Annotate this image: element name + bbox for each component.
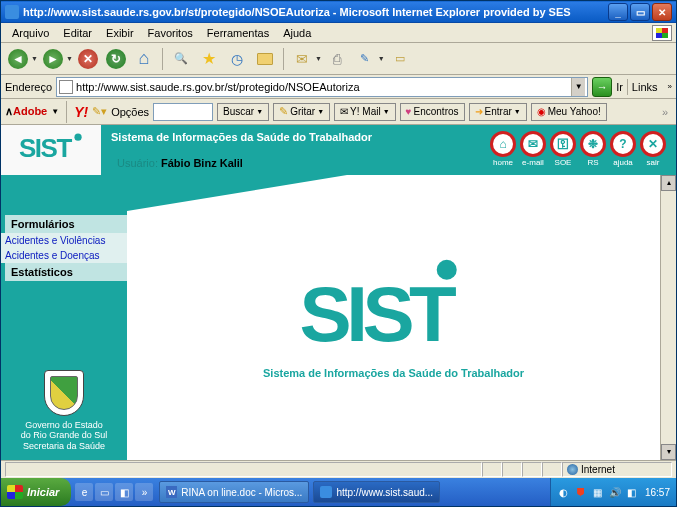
go-button[interactable]: →	[592, 77, 612, 97]
links-label[interactable]: Links	[627, 79, 662, 95]
menu-favoritos[interactable]: Favoritos	[141, 25, 200, 41]
minimize-button[interactable]: _	[608, 3, 628, 21]
opcoes-label[interactable]: Opções	[111, 106, 149, 118]
stop-button[interactable]: ✕	[75, 46, 101, 72]
start-button[interactable]: Iniciar	[1, 478, 71, 506]
ql-ie-icon[interactable]: e	[75, 483, 93, 501]
forward-dropdown[interactable]: ▼	[66, 55, 73, 62]
toolbar-overflow-icon[interactable]: »	[658, 106, 672, 118]
edit-button[interactable]: ✎	[352, 46, 378, 72]
wedge-decoration	[127, 175, 347, 211]
menu-ferramentas[interactable]: Ferramentas	[200, 25, 276, 41]
ql-chevron-icon[interactable]: »	[135, 483, 153, 501]
banner-title: Sistema de Informações da Saúde do Traba…	[111, 131, 372, 143]
nav-rs[interactable]: ❉RS	[580, 131, 606, 167]
statusbar: Internet	[1, 460, 676, 478]
status-message	[5, 462, 482, 477]
address-field-wrap: ▼	[56, 77, 588, 97]
main-area: SIST Sistema de Informações da Saúde do …	[127, 175, 660, 460]
meu-yahoo-button[interactable]: ◉Meu Yahoo!	[531, 103, 607, 121]
tray-icon[interactable]: ◧	[625, 485, 639, 499]
menu-arquivo[interactable]: Arquivo	[5, 25, 56, 41]
titlebar: http://www.sist.saude.rs.gov.br/st/prote…	[1, 1, 676, 23]
pencil-icon[interactable]: ✎▾	[92, 105, 107, 118]
links-chevron-icon[interactable]: »	[666, 82, 672, 91]
folders-button[interactable]	[252, 46, 278, 72]
favorites-button[interactable]: ★	[196, 46, 222, 72]
toolbar: ◄▼ ►▼ ✕ ↻ ⌂ 🔍 ★ ◷ ✉▼ ⎙ ✎▼ ▭	[1, 43, 676, 75]
yahoo-toolbar: ∧Adobe ▼ Y! ✎▾ Opções Buscar▼ ✎Gritar▼ ✉…	[1, 99, 676, 125]
scroll-down-button[interactable]: ▾	[661, 444, 676, 460]
edit-dropdown[interactable]: ▼	[378, 55, 385, 62]
security-zone: Internet	[562, 462, 672, 477]
user-info: Usuário: Fábio Binz Kalil	[117, 157, 243, 169]
mail-dropdown[interactable]: ▼	[315, 55, 322, 62]
close-button[interactable]: ✕	[652, 3, 672, 21]
separator	[162, 48, 163, 70]
gritar-button[interactable]: ✎Gritar▼	[273, 103, 330, 121]
go-label: Ir	[616, 81, 623, 93]
taskbar-item-ie[interactable]: http://www.sist.saud...	[313, 481, 440, 503]
status-cell	[522, 462, 542, 477]
mail-button[interactable]: ✉	[289, 46, 315, 72]
discuss-button[interactable]: ▭	[387, 46, 413, 72]
nav-soe[interactable]: ⚿SOE	[550, 131, 576, 167]
start-icon	[7, 485, 23, 499]
print-button[interactable]: ⎙	[324, 46, 350, 72]
circle-nav: ⌂home ✉e-mail ⚿SOE ❉RS ?ajuda ✕sair	[490, 131, 666, 167]
gov-shield-icon	[44, 370, 84, 416]
scroll-track[interactable]	[661, 191, 676, 444]
tray-shield-icon[interactable]: ⛊	[574, 485, 588, 499]
adobe-dropdown[interactable]: ▼	[51, 107, 59, 116]
nav-email[interactable]: ✉e-mail	[520, 131, 546, 167]
yahoo-search-input[interactable]	[153, 103, 213, 121]
zone-label: Internet	[581, 464, 615, 475]
tray-icon[interactable]: ◐	[557, 485, 571, 499]
vertical-scrollbar[interactable]: ▴ ▾	[660, 175, 676, 460]
refresh-button[interactable]: ↻	[103, 46, 129, 72]
app-header: SIST Usuário: Fábio Binz Kalil Sistema d…	[1, 125, 676, 175]
menu-editar[interactable]: Editar	[56, 25, 99, 41]
maximize-button[interactable]: ▭	[630, 3, 650, 21]
forward-button[interactable]: ►	[40, 46, 66, 72]
ql-app-icon[interactable]: ◧	[115, 483, 133, 501]
page-content: SIST Usuário: Fábio Binz Kalil Sistema d…	[1, 125, 676, 460]
sidebar-link-acidentes-violencias[interactable]: Acidentes e Violências	[1, 233, 127, 248]
nav-home[interactable]: ⌂home	[490, 131, 516, 167]
ymail-button[interactable]: ✉Y! Mail▼	[334, 103, 396, 121]
taskbar-item-word[interactable]: W RINA on line.doc - Micros...	[159, 481, 309, 503]
sidebar: Formulários Acidentes e Violências Acide…	[1, 175, 127, 460]
globe-icon	[567, 464, 578, 475]
nav-sair[interactable]: ✕sair	[640, 131, 666, 167]
yahoo-logo[interactable]: Y!	[74, 104, 88, 120]
search-button[interactable]: 🔍	[168, 46, 194, 72]
address-dropdown[interactable]: ▼	[571, 78, 585, 96]
sidebar-link-acidentes-doencas[interactable]: Acidentes e Doenças	[1, 248, 127, 263]
encontros-button[interactable]: ♥Encontros	[400, 103, 465, 121]
sidebar-section-estatisticos[interactable]: Estatísticos	[1, 263, 127, 281]
tray-icon[interactable]: ▦	[591, 485, 605, 499]
back-button[interactable]: ◄	[5, 46, 31, 72]
user-label: Usuário:	[117, 157, 158, 169]
buscar-button[interactable]: Buscar▼	[217, 103, 269, 121]
sidebar-section-formularios[interactable]: Formulários	[1, 215, 127, 233]
system-tray: ◐ ⛊ ▦ 🔊 ◧ 16:57	[550, 478, 676, 506]
body-row: Formulários Acidentes e Violências Acide…	[1, 175, 676, 460]
menubar: Arquivo Editar Exibir Favoritos Ferramen…	[1, 23, 676, 43]
menu-ajuda[interactable]: Ajuda	[276, 25, 318, 41]
browser-window: http://www.sist.saude.rs.gov.br/st/prote…	[0, 0, 677, 507]
entrar-button[interactable]: ➜Entrar▼	[469, 103, 527, 121]
ie-icon	[5, 5, 19, 19]
back-dropdown[interactable]: ▼	[31, 55, 38, 62]
nav-ajuda[interactable]: ?ajuda	[610, 131, 636, 167]
tray-volume-icon[interactable]: 🔊	[608, 485, 622, 499]
home-button[interactable]: ⌂	[131, 46, 157, 72]
ql-desktop-icon[interactable]: ▭	[95, 483, 113, 501]
addressbar: Endereço ▼ → Ir Links »	[1, 75, 676, 99]
address-input[interactable]	[76, 81, 571, 93]
tray-clock[interactable]: 16:57	[645, 487, 670, 498]
scroll-up-button[interactable]: ▴	[661, 175, 676, 191]
menu-exibir[interactable]: Exibir	[99, 25, 141, 41]
adobe-label[interactable]: ∧Adobe	[5, 105, 47, 118]
history-button[interactable]: ◷	[224, 46, 250, 72]
